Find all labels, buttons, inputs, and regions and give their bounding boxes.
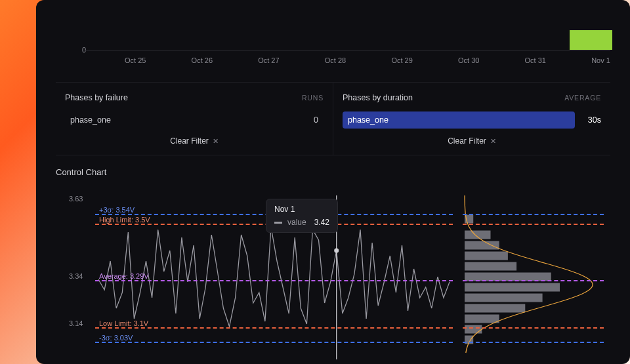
top-x-axis: Oct 25 Oct 26 Oct 27 Oct 28 Oct 29 Oct 3… <box>125 56 610 64</box>
phase-value: 30s <box>588 115 601 125</box>
ref-low-limit: Low Limit: 3.1V <box>99 319 148 329</box>
phase-name: phase_one <box>70 115 111 125</box>
section-title: Control Chart <box>56 167 610 177</box>
cc-y-axis: 3.63 3.34 3.14 <box>69 189 92 359</box>
y-tick: 3.14 <box>69 319 83 327</box>
x-tick: Oct 27 <box>258 56 279 64</box>
svg-rect-11 <box>465 241 499 250</box>
phase-row-selected[interactable]: phase_one 30s <box>343 111 575 129</box>
ref-plus3sigma: +3σ: 3.54V <box>99 206 135 215</box>
panel-metric-label: AVERAGE <box>564 94 601 102</box>
phase-value: 0 <box>314 115 318 125</box>
y-tick: 3.63 <box>69 195 83 203</box>
cc-tooltip: Nov 1 value 3.42 <box>266 199 338 233</box>
runs-by-day-chart: 0 Oct 25 Oct 26 Oct 27 Oct 28 Oct 29 Oct… <box>36 0 630 69</box>
legend-swatch-icon <box>274 222 282 224</box>
clear-filter-button[interactable]: Clear Filter ✕ <box>65 136 324 146</box>
control-chart-section: Control Chart 3.63 3.34 3.14 +3σ: 3.54V … <box>56 167 610 359</box>
svg-rect-6 <box>465 294 543 302</box>
clear-filter-button[interactable]: Clear Filter ✕ <box>343 136 601 146</box>
panel-title: Phases by duration <box>343 93 413 102</box>
dashboard-card: 0 Oct 25 Oct 26 Oct 27 Oct 28 Oct 29 Oct… <box>36 0 630 364</box>
ref-average: Average: 3.29V <box>99 272 149 281</box>
phase-row[interactable]: phase_one 0 <box>65 111 324 129</box>
tooltip-date: Nov 1 <box>274 205 329 214</box>
svg-rect-3 <box>465 325 482 334</box>
x-tick: Oct 29 <box>391 56 412 64</box>
runs-bar-nov1[interactable] <box>570 30 612 50</box>
svg-point-1 <box>334 249 339 253</box>
tooltip-value: 3.42 <box>314 218 329 227</box>
svg-rect-10 <box>465 252 508 260</box>
phases-by-failure-panel: Phases by failure RUNS phase_one 0 Clear… <box>56 83 333 155</box>
svg-rect-9 <box>465 262 516 271</box>
close-icon: ✕ <box>213 137 219 146</box>
x-tick: Oct 26 <box>192 56 213 64</box>
control-chart: 3.63 3.34 3.14 +3σ: 3.54V High Limit: 3.… <box>69 189 610 359</box>
phases-by-duration-panel: Phases by duration AVERAGE phase_one 30s… <box>333 83 610 155</box>
ref-high-limit: High Limit: 3.5V <box>99 216 150 225</box>
top-axis <box>85 50 610 51</box>
x-tick: Oct 30 <box>458 56 479 64</box>
cc-line-plot[interactable]: +3σ: 3.54V High Limit: 3.5V Average: 3.2… <box>95 189 453 359</box>
phase-panels: Phases by failure RUNS phase_one 0 Clear… <box>56 82 610 155</box>
x-tick: Oct 28 <box>325 56 346 64</box>
svg-rect-12 <box>465 231 491 239</box>
svg-rect-4 <box>465 315 499 323</box>
tooltip-label: value <box>287 218 306 227</box>
x-tick: Oct 31 <box>525 56 546 64</box>
svg-rect-5 <box>465 304 525 313</box>
close-icon: ✕ <box>490 137 496 146</box>
clear-filter-label: Clear Filter <box>448 136 486 146</box>
phase-name: phase_one <box>348 115 388 125</box>
panel-title: Phases by failure <box>65 93 128 102</box>
panel-metric-label: RUNS <box>302 94 324 102</box>
clear-filter-label: Clear Filter <box>170 136 209 146</box>
ref-minus3sigma: -3σ: 3.03V <box>99 334 133 343</box>
cc-distribution <box>463 189 604 359</box>
y-tick: 3.34 <box>69 272 83 280</box>
svg-rect-7 <box>465 283 560 292</box>
x-tick: Nov 1 <box>591 56 610 64</box>
x-tick: Oct 25 <box>125 56 146 64</box>
